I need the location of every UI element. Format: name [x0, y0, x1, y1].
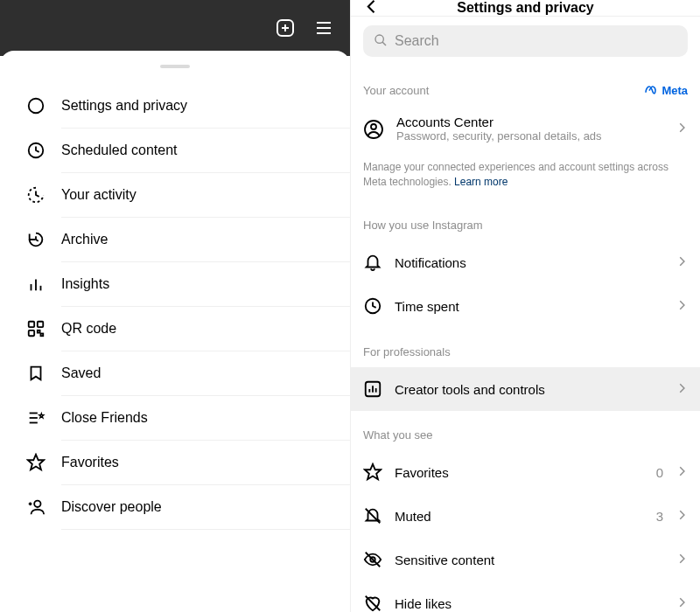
svg-marker-20 [39, 414, 44, 418]
archive-icon [26, 230, 46, 249]
svg-rect-15 [38, 330, 40, 333]
section-title: For professionals [363, 345, 451, 358]
section-title: How you use Instagram [363, 219, 483, 232]
chevron-right-icon [676, 596, 688, 611]
profile-icon [363, 119, 384, 140]
section-header-for-professionals: For professionals [351, 328, 700, 367]
right-panel: Settings and privacy Your account Meta A… [350, 0, 700, 612]
section-title: What you see [363, 428, 433, 442]
gear-icon [26, 96, 46, 115]
row-label: Muted [395, 509, 644, 524]
create-post-icon[interactable] [275, 17, 296, 38]
menu-item-saved[interactable]: Saved [0, 351, 350, 395]
row-label: Time spent [395, 299, 663, 314]
menu-item-qr-code[interactable]: QR code [0, 307, 350, 351]
bell-icon [363, 253, 382, 272]
row-label: Notifications [395, 255, 663, 270]
accounts-info-text: Manage your connected experiences and ac… [351, 153, 700, 202]
insights-icon [26, 275, 46, 294]
section-header-what-you-see: What you see [351, 411, 700, 450]
svg-rect-12 [29, 322, 34, 327]
adduser-icon [26, 497, 46, 517]
search-icon [374, 33, 388, 50]
menu-item-scheduled-content[interactable]: Scheduled content [0, 129, 350, 172]
accounts-center-title: Accounts Center [396, 115, 663, 129]
eyeslash-icon [363, 550, 382, 569]
row-hide-likes[interactable]: Hide likes [351, 581, 700, 612]
menu-item-favorites[interactable]: Favorites [0, 441, 350, 484]
chevron-right-icon [676, 553, 688, 567]
search-input[interactable] [395, 33, 677, 49]
chevron-right-icon [676, 122, 688, 136]
row-label: Sensitive content [395, 553, 663, 567]
chevron-right-icon [676, 509, 688, 524]
clock-icon [363, 296, 382, 316]
hamburger-menu-icon[interactable] [313, 17, 334, 38]
row-muted[interactable]: Muted 3 [351, 494, 700, 538]
menu-item-discover-people[interactable]: Discover people [0, 485, 350, 529]
chevron-right-icon [676, 299, 688, 314]
menu-item-insights[interactable]: Insights [0, 262, 350, 306]
activity-icon [26, 185, 46, 205]
svg-marker-21 [28, 455, 44, 469]
menu-item-label: Favorites [61, 455, 119, 470]
row-notifications[interactable]: Notifications [351, 240, 700, 284]
page-title: Settings and privacy [363, 0, 688, 16]
row-value: 0 [656, 465, 663, 480]
left-panel: Settings and privacy Scheduled content Y… [0, 0, 350, 612]
menu-item-label: QR code [61, 321, 116, 337]
back-button[interactable] [363, 0, 381, 18]
menu-item-label: Saved [61, 365, 101, 381]
row-label: Creator tools and controls [395, 382, 663, 397]
svg-point-25 [375, 35, 383, 43]
creatortools-icon [363, 379, 382, 399]
menu-item-label: Insights [61, 276, 109, 292]
svg-rect-16 [41, 334, 44, 337]
menu-item-label: Archive [61, 232, 108, 247]
meta-logo[interactable]: Meta [644, 83, 688, 97]
section-header-your-account: Your account Meta [351, 66, 700, 106]
menu-item-label: Close Friends [61, 410, 148, 426]
clock-icon [26, 141, 46, 160]
heartslash-icon [363, 594, 382, 612]
row-sensitive-content[interactable]: Sensitive content [351, 538, 700, 581]
menu-item-label: Discover people [61, 499, 162, 515]
bellmute-icon [363, 506, 382, 525]
chevron-right-icon [676, 465, 688, 480]
learn-more-link[interactable]: Learn more [454, 176, 508, 188]
svg-rect-14 [29, 330, 34, 336]
qrcode-icon [26, 319, 46, 338]
bookmark-icon [26, 364, 46, 383]
sheet-handle[interactable] [160, 65, 190, 68]
star-icon [26, 453, 46, 472]
menu-item-your-activity[interactable]: Your activity [0, 173, 350, 217]
left-menu-list: Settings and privacy Scheduled content Y… [0, 84, 350, 530]
search-field-container[interactable] [363, 25, 688, 57]
menu-item-archive[interactable]: Archive [0, 218, 350, 261]
section-header-how-you-use: How you use Instagram [351, 201, 700, 240]
accounts-center-text: Accounts Center Password, security, pers… [396, 115, 663, 144]
svg-rect-13 [38, 322, 43, 327]
chevron-right-icon [676, 255, 688, 270]
menu-item-label: Your activity [61, 187, 136, 203]
menu-item-close-friends[interactable]: Close Friends [0, 396, 350, 440]
search-wrap [351, 17, 700, 66]
row-value: 3 [656, 509, 663, 524]
menu-item-settings-privacy[interactable]: Settings and privacy [0, 84, 350, 128]
svg-point-7 [33, 103, 38, 108]
svg-point-28 [371, 124, 376, 129]
svg-line-26 [382, 42, 386, 45]
row-time-spent[interactable]: Time spent [351, 284, 700, 328]
chevron-right-icon [676, 382, 688, 397]
svg-marker-34 [365, 464, 381, 479]
accounts-center-subtitle: Password, security, personal details, ad… [396, 129, 663, 144]
row-creator-tools[interactable]: Creator tools and controls [351, 367, 700, 411]
bottom-sheet: Settings and privacy Scheduled content Y… [0, 51, 350, 612]
svg-point-22 [34, 501, 40, 507]
row-label: Hide likes [395, 596, 663, 611]
settings-header: Settings and privacy [351, 0, 700, 17]
accounts-center-row[interactable]: Accounts Center Password, security, pers… [351, 106, 700, 153]
section-title: Your account [363, 84, 429, 97]
menu-item-label: Settings and privacy [61, 98, 187, 114]
row-favorites[interactable]: Favorites 0 [351, 450, 700, 494]
